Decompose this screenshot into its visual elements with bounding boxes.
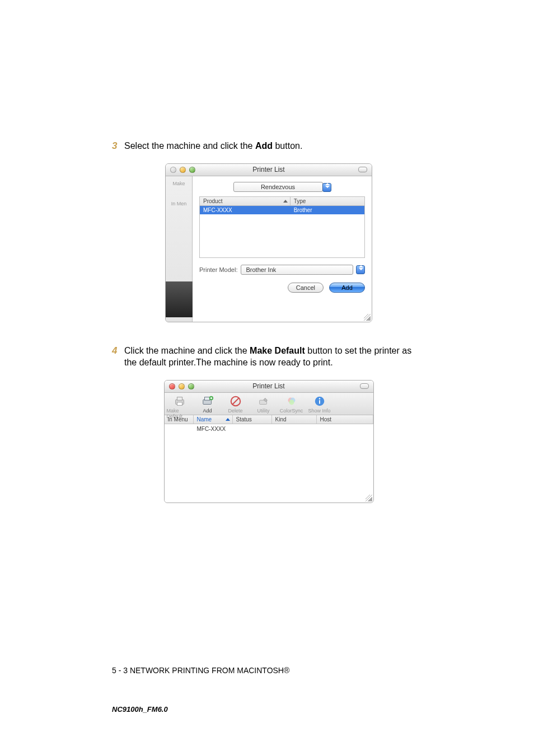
window-title: Printer List	[165, 382, 373, 390]
titlebar: Printer List	[166, 164, 372, 176]
delete-icon	[228, 395, 243, 408]
printer-icon	[172, 395, 188, 408]
toolbar-toggle-icon[interactable]	[360, 383, 369, 389]
col-type[interactable]: Type	[291, 197, 364, 205]
popup-arrows-icon[interactable]	[356, 265, 365, 274]
col-name[interactable]: Name	[194, 415, 233, 424]
page-footer: 5 - 3 NETWORK PRINTING FROM MACINTOSH®	[112, 666, 289, 675]
colorsync-icon	[284, 395, 299, 408]
col-host[interactable]: Host	[317, 415, 373, 424]
step-4-text: Click the machine and click the Make Def…	[124, 345, 425, 369]
svg-point-14	[318, 398, 320, 400]
titlebar: Printer List	[165, 381, 373, 393]
info-icon	[312, 395, 327, 408]
cancel-button[interactable]: Cancel	[288, 283, 324, 293]
add-button[interactable]: Add	[329, 283, 365, 293]
printer-model-popup[interactable]: Brother Ink	[241, 265, 353, 275]
printer-table: Product Type MFC-XXXX Brother	[199, 196, 365, 258]
sort-asc-icon	[283, 200, 288, 203]
svg-point-11	[289, 400, 294, 405]
col-status[interactable]: Status	[233, 415, 272, 424]
show-info-button[interactable]: Show Info	[307, 395, 332, 414]
cell-type: Brother	[291, 206, 364, 214]
sort-asc-icon	[226, 418, 230, 421]
doc-id: NC9100h_FM6.0	[112, 705, 168, 713]
printer-row-selected[interactable]: MFC-XXXX Brother	[200, 206, 364, 214]
printer-add-icon	[200, 395, 216, 408]
svg-line-7	[232, 398, 238, 404]
utility-icon	[256, 395, 271, 408]
add-printer-button[interactable]: Add	[195, 395, 221, 414]
add-printer-dialog: Printer List Make In Men Rendezvous Prod…	[165, 163, 372, 322]
col-product[interactable]: Product	[200, 197, 291, 205]
resize-grip-icon[interactable]	[366, 495, 372, 501]
toolbar: Make Default Add Delete Utility	[165, 393, 373, 415]
step-number: 3	[112, 140, 124, 152]
colorsync-button[interactable]: ColorSync	[279, 395, 305, 414]
printer-list-header: In Menu Name Status Kind Host	[165, 415, 373, 424]
step-3: 3 Select the machine and click the Add b…	[112, 140, 425, 152]
col-kind[interactable]: Kind	[272, 415, 317, 424]
printer-row[interactable]: MFC-XXXX	[165, 425, 373, 433]
printer-list-body: MFC-XXXX	[165, 424, 373, 503]
col-in-menu[interactable]: In Menu	[165, 415, 194, 424]
popup-arrows-icon[interactable]	[322, 183, 331, 192]
step-3-text: Select the machine and click the Add but…	[124, 140, 302, 152]
step-4: 4 Click the machine and click the Make D…	[112, 345, 425, 369]
cell-product: MFC-XXXX	[200, 206, 291, 214]
delete-button[interactable]: Delete	[223, 395, 249, 414]
svg-rect-2	[177, 402, 182, 406]
printer-list-window: Printer List Make Default Add Delete	[164, 380, 374, 503]
sidebar-inmenu-label: In Men	[171, 201, 187, 206]
connection-popup[interactable]: Rendezvous	[233, 182, 323, 192]
cell-name: MFC-XXXX	[194, 425, 233, 433]
svg-rect-13	[319, 400, 320, 403]
utility-button[interactable]: Utility	[251, 395, 277, 414]
sidebar-dark-strip	[166, 281, 193, 317]
step-number: 4	[112, 345, 124, 356]
svg-rect-4	[204, 397, 209, 400]
printer-model-label: Printer Model:	[199, 266, 237, 273]
resize-grip-icon[interactable]	[364, 314, 371, 321]
toolbar-toggle-icon[interactable]	[358, 167, 367, 172]
svg-rect-1	[177, 397, 182, 400]
window-title: Printer List	[166, 166, 372, 173]
sidebar-make-label: Make	[172, 181, 185, 186]
